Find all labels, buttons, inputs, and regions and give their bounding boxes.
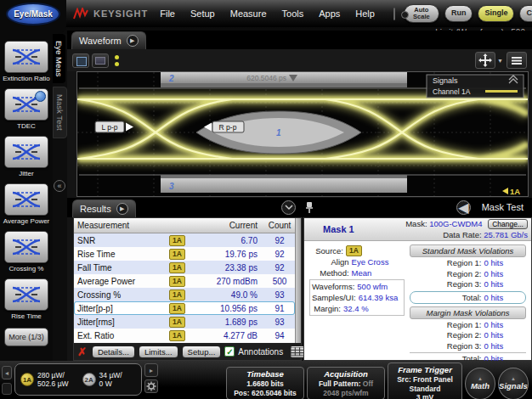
- source-badge: 1A: [169, 276, 185, 287]
- annotations-checkbox[interactable]: ✓: [224, 346, 235, 357]
- results-menu-play-icon[interactable]: ▶: [116, 203, 128, 215]
- timebase-panel[interactable]: Timebase 1.6680 bits Pos: 620.5046 bits: [226, 367, 304, 399]
- clear-button[interactable]: Clear: [519, 5, 532, 22]
- sidebar-tool-label: Rise Time: [0, 312, 53, 320]
- math-button[interactable]: ▲ Math: [465, 368, 495, 399]
- measurement-current: 1.689 ps: [195, 318, 263, 327]
- limits-button[interactable]: Limits...: [139, 346, 178, 358]
- mask-stat-row: Waveforms: 500 wfm: [312, 281, 402, 292]
- indicator-dot: [115, 55, 119, 59]
- signals-legend[interactable]: Signals Channel 1A: [427, 75, 524, 98]
- pan-dropdown-icon[interactable]: ▼: [497, 58, 503, 64]
- sidebar-tool[interactable]: Crossing %: [0, 231, 53, 273]
- result-row[interactable]: Average Power 1A 270 mdBm 500: [74, 274, 295, 288]
- menu-item[interactable]: Tools: [282, 8, 304, 19]
- single-button[interactable]: Single: [478, 5, 514, 22]
- frame-trigger-panel[interactable]: Frame Trigger Src: Front Panel Standard …: [388, 362, 462, 399]
- eye-measurement-icon[interactable]: [4, 88, 48, 121]
- source-badge: 1A: [169, 289, 185, 301]
- mask-test-back-button[interactable]: ◀: [456, 200, 471, 215]
- sidebar-tool[interactable]: Extinction Ratio: [0, 41, 53, 82]
- single-display-button[interactable]: [72, 53, 89, 68]
- eye-diagram-icon: [11, 93, 42, 115]
- acquisition-panel[interactable]: Acquisition Full Pattern: Off 2048 pts/w…: [307, 367, 385, 399]
- result-row[interactable]: Jitter[rms] 1A 1.689 ps 93: [74, 315, 295, 329]
- collapse-results-button[interactable]: [281, 200, 296, 215]
- results-tab[interactable]: Results ▶: [72, 200, 136, 217]
- measurement-name: SNR: [74, 236, 169, 245]
- measurement-count: 94: [263, 331, 297, 340]
- camera-icon[interactable]: [393, 8, 395, 20]
- menu-item[interactable]: File: [160, 8, 175, 19]
- more-measurements-button[interactable]: More (1/3): [4, 328, 48, 346]
- change-mask-button[interactable]: Change...: [488, 219, 528, 229]
- eye-measurement-icon[interactable]: [4, 41, 48, 73]
- auto-scale-button[interactable]: Auto Scale: [404, 4, 439, 23]
- result-row[interactable]: Fall Time 1A 23.38 ps 92: [74, 261, 295, 274]
- measurement-current: 6.70: [195, 236, 263, 245]
- source-badge: 1A: [169, 249, 185, 260]
- annotations-control[interactable]: ✓ Annotations: [224, 346, 283, 357]
- mask-region-2[interactable]: 620.5046 ps 2: [161, 72, 407, 87]
- waveform-menu-button[interactable]: [507, 52, 527, 69]
- details-button[interactable]: Details...: [92, 346, 135, 358]
- menu-item[interactable]: Setup: [190, 8, 215, 19]
- scroll-right-button[interactable]: ▸: [144, 363, 158, 377]
- eye-measurement-icon[interactable]: [4, 231, 48, 263]
- total-label: Total:: [421, 292, 482, 303]
- eye-mask-mode-button[interactable]: Eye/Mask: [6, 3, 60, 25]
- channel-2a-readout[interactable]: 2A 34 µW/ 0 W: [82, 371, 122, 388]
- sidebar-tool[interactable]: Rise Time: [0, 278, 53, 320]
- eye-measurement-icon[interactable]: [4, 136, 48, 168]
- pin-results-button[interactable]: [304, 201, 314, 217]
- menu-item[interactable]: Measure: [230, 8, 267, 19]
- sidebar-tool[interactable]: Jitter: [0, 136, 53, 177]
- results-footer: ✗ Details... Limits... Setup... ✓ Annota…: [74, 343, 301, 360]
- result-row[interactable]: Jitter[p-p] 1A 10.956 ps 91: [74, 301, 295, 315]
- keysight-spark-icon: [73, 8, 90, 20]
- pan-button[interactable]: [475, 52, 495, 69]
- setup-button[interactable]: Setup...: [182, 346, 222, 358]
- waveform-menu-play-icon[interactable]: ▶: [127, 35, 139, 47]
- stat-label: Samples/UI:: [312, 292, 356, 303]
- column-count: Count: [263, 221, 297, 230]
- sidebar-tool[interactable]: Average Power: [0, 183, 53, 225]
- panel-grip[interactable]: [2, 383, 12, 395]
- mask-region-3[interactable]: 3: [161, 175, 407, 193]
- eye-measurement-icon[interactable]: [4, 278, 48, 311]
- tab-mask-test[interactable]: Mask Test: [53, 87, 67, 138]
- eye-measurement-icon[interactable]: [4, 183, 48, 216]
- channel-1a-readout[interactable]: 1A 280 µW/ 502.6 µW: [20, 371, 69, 388]
- frame-trigger-mode: Standard: [393, 385, 456, 394]
- collapse-sidebar-button[interactable]: «: [54, 180, 65, 192]
- result-row[interactable]: Crossing % 1A 49.0 % 93: [74, 288, 295, 301]
- scroll-left-button[interactable]: ◂: [2, 366, 12, 379]
- channel-settings-button[interactable]: [144, 379, 158, 393]
- results-table-header: Measurement Current Count: [74, 218, 295, 233]
- sidebar-tool[interactable]: TDEC: [0, 88, 53, 130]
- result-row[interactable]: Ext. Ratio 1A 4.277 dB 94: [74, 329, 295, 342]
- result-row[interactable]: SNR 1A 6.70 92: [74, 233, 295, 247]
- measurement-name: Ext. Ratio: [74, 331, 169, 340]
- mask-stat-row: Margin: 32.4 %: [312, 303, 402, 314]
- signals-button[interactable]: ▲ Signals: [498, 368, 529, 399]
- left-pp-label: L p-p: [101, 123, 117, 132]
- region-label: Region 2:: [421, 330, 482, 341]
- run-button[interactable]: Run: [444, 5, 473, 22]
- menu-item[interactable]: Help: [355, 8, 375, 19]
- measurement-count: 93: [263, 290, 297, 300]
- delete-measurement-button[interactable]: ✗: [77, 346, 87, 358]
- eye-diagram-plot[interactable]: 620.5046 ps 2 3 1: [76, 71, 529, 197]
- menu-item[interactable]: Apps: [319, 8, 340, 19]
- results-scrollbar[interactable]: [295, 218, 301, 343]
- left-pp-marker[interactable]: L p-p: [95, 121, 133, 132]
- setting-value: Eye Cross Mean: [349, 256, 405, 278]
- stat-label: Waveforms:: [312, 281, 354, 292]
- measurement-current: 4.277 dB: [195, 331, 263, 340]
- waveform-tab[interactable]: Waveform ▶: [71, 31, 146, 49]
- tiled-display-button[interactable]: [92, 53, 109, 68]
- channel-panel[interactable]: 1A 280 µW/ 502.6 µW 2A 34 µW/ 0 W: [14, 363, 142, 396]
- measurement-count: 500: [263, 277, 297, 286]
- tab-eye-meas[interactable]: Eye Meas: [53, 34, 65, 83]
- result-row[interactable]: Rise Time 1A 19.76 ps 92: [74, 247, 295, 261]
